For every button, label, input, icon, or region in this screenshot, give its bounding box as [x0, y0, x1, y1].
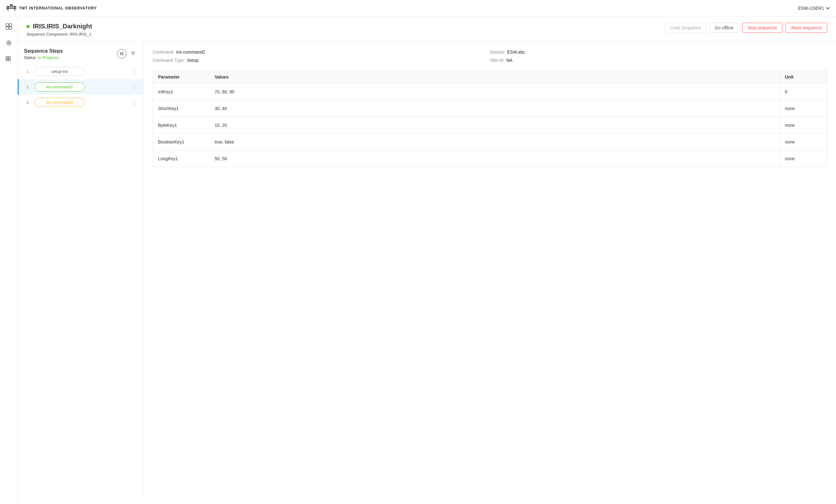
command-meta: Command: iris-command2 Source: ESW.abc C… [153, 50, 827, 63]
sequence-panel: Sequence Steps Status: In Progress [18, 42, 144, 497]
cell-param-2: ByteKey1 [153, 117, 210, 134]
star-burst-icon [5, 39, 12, 46]
online-status-dot [26, 25, 30, 28]
svg-rect-23 [122, 52, 124, 55]
status-value: In Progress [38, 55, 59, 60]
svg-rect-6 [9, 24, 12, 26]
sequence-header: Sequence Steps Status: In Progress [18, 48, 144, 64]
step-item-3[interactable]: 3 iris-command3 ⋮ [18, 95, 144, 110]
user-menu[interactable]: ESW-USER1 [798, 6, 830, 11]
cell-unit-1: none [780, 100, 827, 117]
step-more-button-3[interactable]: ⋮ [130, 99, 138, 106]
command-type-value: Setup [187, 58, 198, 63]
cell-unit-3: none [780, 134, 827, 151]
step-item-2[interactable]: 2 iris-command2 ⋮ [18, 79, 144, 95]
main-layout: IRIS.IRIS_Darknight Sequence Component: … [0, 16, 836, 504]
table-header: Parameter Values Unit [153, 71, 827, 83]
step-number-3: 3 [24, 100, 31, 105]
svg-rect-22 [120, 52, 121, 55]
obs-id-label: Obs-Id: [490, 58, 505, 63]
svg-rect-5 [6, 24, 8, 26]
main-content: IRIS.IRIS_Darknight Sequence Component: … [18, 16, 836, 504]
command-type-row: Command Type: Setup [153, 58, 490, 63]
step-number-2: 2 [24, 84, 31, 89]
cell-values-2: 10, 20 [210, 117, 780, 134]
page-title: IRIS.IRIS_Darknight [26, 23, 92, 30]
cell-param-0: IntKey1 [153, 83, 210, 100]
sidebar-icon-star[interactable] [4, 38, 14, 48]
svg-line-16 [10, 41, 11, 42]
step-number-1: 1 [24, 69, 31, 74]
svg-rect-19 [8, 56, 11, 58]
cell-unit-4: none [780, 151, 827, 167]
step-label-wrap-2: iris-command2 [34, 82, 127, 92]
detail-panel: Command: iris-command2 Source: ESW.abc C… [144, 42, 836, 497]
col-header-values: Values [210, 71, 780, 83]
sequence-controls [117, 49, 137, 58]
command-value: iris-command2 [176, 50, 205, 55]
svg-rect-8 [9, 27, 12, 29]
cell-values-1: 30, 40 [210, 100, 780, 117]
sequence-component-label: Sequence Component: [26, 32, 69, 37]
table-row: LongKey1 50, 56 none [153, 151, 827, 167]
pause-icon [119, 52, 124, 56]
sidebar-icon-grid[interactable] [4, 21, 14, 32]
stop-sequence-button[interactable]: Stop sequence [742, 23, 782, 33]
table-header-row: Parameter Values Unit [153, 71, 827, 83]
table-row: ShortKey1 30, 40 none [153, 100, 827, 117]
filter-icon [130, 51, 136, 56]
cell-param-1: ShortKey1 [153, 100, 210, 117]
tmt-logo-icon [6, 4, 16, 12]
table-row: IntKey1 70, 80, 90 K [153, 83, 827, 100]
svg-rect-20 [6, 59, 8, 61]
step-label-wrap-1: setup-iris [34, 67, 127, 76]
obs-id-value: NA [506, 58, 512, 63]
cell-unit-0: K [780, 83, 827, 100]
load-sequence-button[interactable]: Load Sequence [665, 23, 706, 33]
svg-line-15 [10, 44, 11, 45]
table-body: IntKey1 70, 80, 90 K ShortKey1 30, 40 no… [153, 83, 827, 167]
table-row: BooleanKey1 true, false none [153, 134, 827, 151]
abort-sequence-button[interactable]: Abort sequence [785, 23, 827, 33]
svg-rect-18 [6, 56, 8, 58]
step-more-button-1[interactable]: ⋮ [130, 68, 138, 75]
apps-icon [5, 56, 12, 63]
filter-button[interactable] [129, 49, 137, 58]
page-header: IRIS.IRIS_Darknight Sequence Component: … [18, 16, 836, 42]
cell-unit-2: none [780, 117, 827, 134]
sidebar-icon-apps[interactable] [4, 54, 14, 64]
svg-rect-4 [10, 4, 13, 6]
parameters-table: Parameter Values Unit IntKey1 70, 80, 90… [153, 70, 827, 167]
obs-id-row: Obs-Id: NA [490, 58, 827, 63]
sequence-title-area: Sequence Steps Status: In Progress [24, 48, 63, 60]
sequence-component-info: Sequence Component: IRIS.IRIS_1 [26, 32, 92, 37]
step-label-wrap-3: iris-command3 [34, 98, 127, 107]
sequence-status: Status: In Progress [24, 55, 63, 60]
col-header-unit: Unit [780, 71, 827, 83]
step-label-3: iris-command3 [34, 98, 85, 107]
cell-values-0: 70, 80, 90 [210, 83, 780, 100]
observatory-name: IRIS.IRIS_Darknight [33, 23, 92, 30]
content-area: Sequence Steps Status: In Progress [18, 42, 836, 497]
source-value: ESW.abc [507, 50, 525, 55]
go-offline-button[interactable]: Go offline [709, 23, 739, 33]
source-label: Source: [490, 50, 505, 55]
sidebar [0, 16, 18, 504]
command-row: Command: iris-command2 [153, 50, 490, 55]
cell-param-4: LongKey1 [153, 151, 210, 167]
svg-line-14 [7, 41, 7, 42]
user-name: ESW-USER1 [798, 6, 824, 11]
svg-rect-3 [15, 6, 15, 11]
page-title-area: IRIS.IRIS_Darknight Sequence Component: … [26, 23, 92, 37]
top-nav: TMT INTERNATIONAL OBSERVATORY ESW-USER1 [0, 0, 836, 16]
pause-button[interactable] [117, 49, 127, 58]
step-more-button-2[interactable]: ⋮ [130, 83, 138, 91]
svg-rect-7 [6, 27, 8, 29]
col-header-parameter: Parameter [153, 71, 210, 83]
grid-icon [5, 23, 12, 30]
cell-values-4: 50, 56 [210, 151, 780, 167]
step-item-1[interactable]: 1 setup-iris ⋮ [18, 64, 144, 79]
cell-values-3: true, false [210, 134, 780, 151]
logo: TMT INTERNATIONAL OBSERVATORY [6, 4, 97, 12]
source-row: Source: ESW.abc [490, 50, 827, 55]
